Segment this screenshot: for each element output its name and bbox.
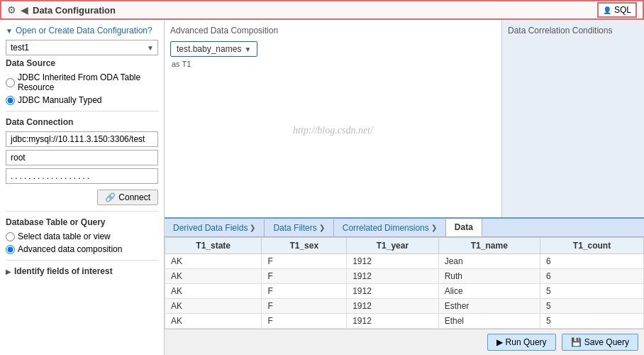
radio-inherited-label: JDBC Inherited From ODA Table Resource [18, 72, 158, 92]
table-cell: F [262, 284, 347, 299]
config-dropdown-wrapper: test1 test2 ▼ [6, 40, 158, 55]
sql-badge: 👤 SQL [597, 2, 637, 18]
tab-arrow-2: ❯ [319, 224, 325, 231]
table-cell: F [262, 269, 347, 284]
tab-data-label: Data [455, 222, 473, 232]
collapse-arrow-icon: ▼ [6, 27, 13, 35]
run-query-icon: ▶ [496, 337, 503, 347]
divider-3 [6, 260, 158, 261]
person-icon: 👤 [603, 6, 611, 14]
radio-row-select-table: Select data table or view [6, 231, 158, 241]
table-cell: F [262, 299, 347, 314]
table-cell: Ruth [438, 269, 540, 284]
connect-button[interactable]: 🔗 Connect [97, 190, 158, 205]
col-name: T1_name [438, 238, 540, 254]
table-cell: 1912 [347, 314, 438, 329]
table-cell: Alice [438, 284, 540, 299]
tab-filters-label: Data Filters [273, 223, 316, 233]
config-dropdown[interactable]: test1 test2 [6, 40, 158, 55]
run-query-label: Run Query [506, 337, 547, 347]
col-year: T1_year [347, 238, 438, 254]
radio-inherited[interactable] [6, 78, 15, 87]
table-row: AKF1912Ruth6 [165, 269, 644, 284]
main-container: ⚙ ◀ Data Configuration 👤 SQL ▼ Open or C… [0, 0, 644, 355]
save-query-label: Save Query [584, 337, 629, 347]
tag-dropdown-icon[interactable]: ▼ [244, 45, 251, 53]
tab-arrow-1: ❯ [250, 224, 255, 231]
right-panel: Advanced Data Composition test.baby_name… [165, 20, 644, 355]
tab-correlated-dimensions[interactable]: Correlated Dimensions ❯ [334, 219, 446, 236]
db-radio-group: Select data table or view Advanced data … [6, 231, 158, 254]
table-cell: F [262, 254, 347, 269]
jdbc-url-input[interactable] [6, 131, 158, 147]
tab-derived-label: Derived Data Fields [173, 223, 248, 233]
password-input[interactable] [6, 168, 158, 184]
save-query-button[interactable]: 💾 Save Query [562, 334, 638, 351]
data-source-label: Data Source [6, 58, 158, 68]
table-cell: AK [165, 299, 262, 314]
radio-select-table[interactable] [6, 232, 15, 241]
run-query-button[interactable]: ▶ Run Query [487, 334, 556, 351]
table-cell: 1912 [347, 299, 438, 314]
db-table-label: Database Table or Query [6, 217, 158, 227]
tab-correlated-label: Correlated Dimensions [343, 223, 429, 233]
table-cell: 6 [540, 254, 643, 269]
table-cell: 1912 [347, 284, 438, 299]
connect-btn-wrapper: 🔗 Connect [6, 190, 158, 205]
table-cell: 6 [540, 269, 643, 284]
table-row: AKF1912Esther5 [165, 299, 644, 314]
title-bar: ⚙ ◀ Data Configuration 👤 SQL [0, 0, 644, 20]
tab-derived-data-fields[interactable]: Derived Data Fields ❯ [165, 219, 265, 236]
bottom-section: Derived Data Fields ❯ Data Filters ❯ Cor… [165, 217, 644, 355]
radio-row-manual: JDBC Manually Typed [6, 95, 158, 105]
tab-data-filters[interactable]: Data Filters ❯ [265, 219, 333, 236]
data-table-container: T1_state T1_sex T1_year T1_name T1_count… [165, 237, 644, 329]
identify-arrow-icon: ▶ [6, 268, 11, 275]
radio-advanced-composition[interactable] [6, 245, 15, 254]
table-cell: AK [165, 254, 262, 269]
save-query-icon: 💾 [571, 337, 582, 347]
table-row: AKF1912Alice5 [165, 284, 644, 299]
col-sex: T1_sex [262, 238, 347, 254]
tab-arrow-3: ❯ [431, 224, 437, 231]
table-row: AKF1912Jean6 [165, 254, 644, 269]
radio-select-table-label: Select data table or view [18, 231, 111, 241]
back-icon[interactable]: ◀ [21, 4, 28, 16]
table-cell: Ethel [438, 314, 540, 329]
title-left: ⚙ ◀ Data Configuration [7, 4, 116, 16]
table-cell: 5 [540, 284, 643, 299]
open-create-section[interactable]: ▼ Open or Create Data Configuration? [6, 26, 158, 36]
username-input[interactable] [6, 150, 158, 165]
connect-icon: 🔗 [105, 192, 116, 202]
table-tag[interactable]: test.baby_names ▼ [170, 41, 257, 57]
col-count: T1_count [540, 238, 643, 254]
table-cell: F [262, 314, 347, 329]
advanced-composition-panel: Advanced Data Composition test.baby_name… [165, 20, 502, 217]
table-header-row: T1_state T1_sex T1_year T1_name T1_count [165, 238, 644, 254]
table-cell: 5 [540, 299, 643, 314]
table-cell: AK [165, 269, 262, 284]
table-cell: AK [165, 284, 262, 299]
radio-advanced-label: Advanced data composition [18, 244, 122, 254]
connect-label: Connect [118, 192, 150, 202]
as-label: as T1 [170, 60, 496, 68]
page-title: Data Configuration [33, 5, 116, 16]
table-cell: Jean [438, 254, 540, 269]
table-cell: AK [165, 314, 262, 329]
identify-section[interactable]: ▶ Identify fields of interest [6, 266, 158, 276]
right-top: Advanced Data Composition test.baby_name… [165, 20, 644, 217]
data-source-radio-group: JDBC Inherited From ODA Table Resource J… [6, 72, 158, 105]
data-table: T1_state T1_sex T1_year T1_name T1_count… [165, 237, 644, 329]
table-cell: Esther [438, 299, 540, 314]
sql-label: SQL [614, 5, 631, 15]
radio-manual-label: JDBC Manually Typed [18, 95, 102, 105]
col-state: T1_state [165, 238, 262, 254]
table-tag-text: test.baby_names [177, 44, 241, 54]
config-icon: ⚙ [7, 4, 16, 16]
identify-label: Identify fields of interest [14, 266, 113, 276]
data-correlation-panel: Data Correlation Conditions [502, 20, 644, 217]
table-cell: 1912 [347, 269, 438, 284]
tab-data[interactable]: Data [446, 219, 482, 236]
advanced-composition-label: Advanced Data Composition [170, 26, 496, 36]
radio-manual[interactable] [6, 96, 15, 105]
